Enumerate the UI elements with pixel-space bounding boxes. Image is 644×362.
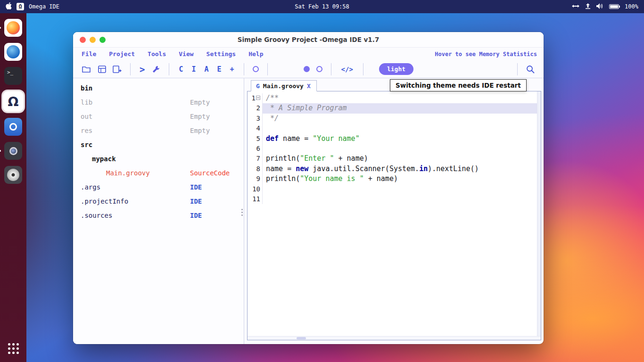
menu-settings[interactable]: Settings bbox=[206, 50, 236, 58]
breakpoint-circle-icon[interactable] bbox=[249, 66, 262, 72]
run-icon[interactable]: > bbox=[136, 64, 149, 74]
menu-tools[interactable]: Tools bbox=[148, 50, 166, 58]
window-title: Simple Groovy Project -Omega IDE v1.7 bbox=[238, 36, 380, 43]
code-line-2[interactable]: 2 * A Simple Program bbox=[248, 103, 541, 113]
execute-letter-button[interactable]: E bbox=[213, 65, 226, 74]
code-line-4[interactable]: 4 bbox=[248, 123, 541, 133]
code-line-9[interactable]: 9println("Your name is " + name) bbox=[248, 174, 541, 184]
search-icon[interactable] bbox=[523, 65, 538, 74]
line-number: 5 bbox=[248, 134, 263, 144]
tab-close-icon[interactable]: X bbox=[307, 82, 311, 90]
tree-item-label: src bbox=[81, 138, 92, 152]
tab-main-groovy[interactable]: G Main.groovy X bbox=[251, 80, 317, 91]
interpret-letter-button[interactable]: I bbox=[187, 65, 200, 74]
window-titlebar[interactable]: Simple Groovy Project -Omega IDE v1.7 bbox=[73, 32, 544, 48]
webcam-icon bbox=[9, 147, 17, 155]
code-line-5[interactable]: 5def name = "Your name" bbox=[248, 134, 541, 144]
toolbar-separator bbox=[363, 63, 363, 75]
tree-item-label: Main.groovy bbox=[106, 166, 150, 180]
dock-item-terminal[interactable]: >_ bbox=[4, 67, 22, 85]
close-window-button[interactable] bbox=[80, 37, 86, 43]
tree-item-args[interactable]: .argsIDE bbox=[73, 180, 244, 194]
tree-item-sources[interactable]: .sourcesIDE bbox=[73, 208, 244, 222]
dock-item-webcam[interactable] bbox=[4, 142, 22, 160]
theme-toggle-button[interactable]: light bbox=[379, 63, 413, 75]
volume-icon[interactable] bbox=[596, 3, 603, 10]
code-line-7[interactable]: 7println("Enter " + name) bbox=[248, 154, 541, 164]
toolbar-separator bbox=[169, 63, 169, 75]
battery-percent: 100% bbox=[625, 3, 638, 10]
code-line-11[interactable]: 11 bbox=[248, 194, 541, 204]
dock-item-thunderbird[interactable] bbox=[4, 43, 22, 61]
active-app-name[interactable]: Omega IDE bbox=[29, 3, 59, 10]
tree-item-meta: IDE bbox=[190, 180, 202, 194]
apple-menu-icon[interactable] bbox=[6, 2, 12, 11]
tree-item-main-groovy[interactable]: Main.groovySourceCode bbox=[73, 166, 244, 180]
memory-statistics-hint[interactable]: Hover to see Memory Statistics bbox=[435, 51, 537, 58]
tree-item-label: res bbox=[81, 123, 92, 138]
menu-view[interactable]: View bbox=[179, 50, 193, 58]
tree-item-bin[interactable]: bin bbox=[73, 81, 244, 95]
tree-item-meta: Empty bbox=[190, 123, 210, 138]
theme-tooltip: Switching theme needs IDE restart bbox=[390, 79, 527, 91]
line-number: 8 bbox=[248, 164, 263, 174]
dock-item-disk-utility[interactable] bbox=[4, 166, 22, 184]
vertical-scrollbar[interactable] bbox=[537, 91, 541, 336]
code-line-10[interactable]: 10 bbox=[248, 184, 541, 194]
ide-menubar: File Project Tools View Settings Help Ho… bbox=[73, 48, 544, 60]
code-line-1[interactable]: 1/** bbox=[248, 93, 541, 103]
toolbar: > C I A E + </> light bbox=[73, 60, 544, 78]
upload-icon[interactable] bbox=[585, 3, 591, 10]
new-file-icon[interactable] bbox=[109, 66, 125, 73]
dock-item-screenshot-tool[interactable] bbox=[4, 118, 22, 136]
clock: Sat Feb 13 09:58 bbox=[295, 3, 349, 10]
tree-item-label: bin bbox=[81, 81, 92, 95]
tree-item-projectinfo[interactable]: .projectInfoIDE bbox=[73, 194, 244, 208]
tree-item-mypack[interactable]: mypack bbox=[73, 152, 244, 166]
build-tools-icon[interactable] bbox=[149, 65, 164, 74]
minimize-window-button[interactable] bbox=[90, 37, 96, 43]
tree-item-src[interactable]: src bbox=[73, 138, 244, 152]
dock-item-omega-ide[interactable]: Ω bbox=[3, 91, 24, 112]
code-line-text bbox=[263, 194, 541, 204]
code-line-8[interactable]: 8name = new java.util.Scanner(System.in)… bbox=[248, 164, 541, 174]
ide-window: Simple Groovy Project -Omega IDE v1.7 Fi… bbox=[73, 32, 544, 344]
tree-item-out[interactable]: outEmpty bbox=[73, 109, 244, 123]
code-snippet-icon[interactable]: </> bbox=[337, 66, 358, 73]
window-content: binlibEmptyoutEmptyresEmptysrcmypackMain… bbox=[73, 78, 544, 344]
plus-letter-button[interactable]: + bbox=[226, 65, 239, 74]
disk-icon bbox=[7, 169, 19, 181]
tree-item-lib[interactable]: libEmpty bbox=[73, 95, 244, 109]
maximize-window-button[interactable] bbox=[99, 37, 106, 43]
dock-item-app-grid[interactable] bbox=[4, 339, 22, 357]
code-line-text bbox=[263, 184, 541, 194]
display-resize-icon[interactable] bbox=[572, 3, 579, 10]
horizontal-scrollbar[interactable] bbox=[248, 336, 541, 340]
menu-file[interactable]: File bbox=[82, 50, 96, 58]
menu-project[interactable]: Project bbox=[109, 50, 135, 58]
code-line-text: name = new java.util.Scanner(System.in).… bbox=[263, 164, 541, 174]
omega-app-icon: Ω bbox=[17, 3, 24, 10]
tree-item-label: .args bbox=[81, 180, 100, 194]
line-number: 6 bbox=[248, 144, 263, 154]
save-all-icon[interactable] bbox=[95, 66, 109, 73]
fold-icon[interactable] bbox=[256, 96, 260, 100]
compile-letter-button[interactable]: C bbox=[174, 65, 187, 74]
open-project-icon[interactable] bbox=[79, 66, 95, 73]
code-line-6[interactable]: 6 bbox=[248, 144, 541, 154]
code-area[interactable]: 1/**2 * A Simple Program3 */45def name =… bbox=[248, 91, 541, 336]
editor-pane: G Main.groovy X 1/**2 * A Simple Program… bbox=[244, 78, 544, 344]
tree-item-res[interactable]: resEmpty bbox=[73, 123, 244, 138]
line-number: 2 bbox=[248, 103, 263, 113]
scrollbar-thumb[interactable] bbox=[297, 337, 306, 339]
stop-circle-icon[interactable] bbox=[313, 66, 326, 72]
instant-run-dot-icon[interactable] bbox=[300, 66, 313, 72]
menu-help[interactable]: Help bbox=[248, 50, 263, 58]
tree-item-meta: Empty bbox=[190, 95, 210, 109]
code-line-3[interactable]: 3 */ bbox=[248, 114, 541, 123]
editor-box: 1/**2 * A Simple Program3 */45def name =… bbox=[247, 91, 541, 340]
camera-icon bbox=[9, 123, 17, 131]
app-grid-icon bbox=[8, 343, 10, 346]
dock-item-firefox[interactable] bbox=[4, 19, 22, 37]
assemble-letter-button[interactable]: A bbox=[200, 65, 213, 74]
